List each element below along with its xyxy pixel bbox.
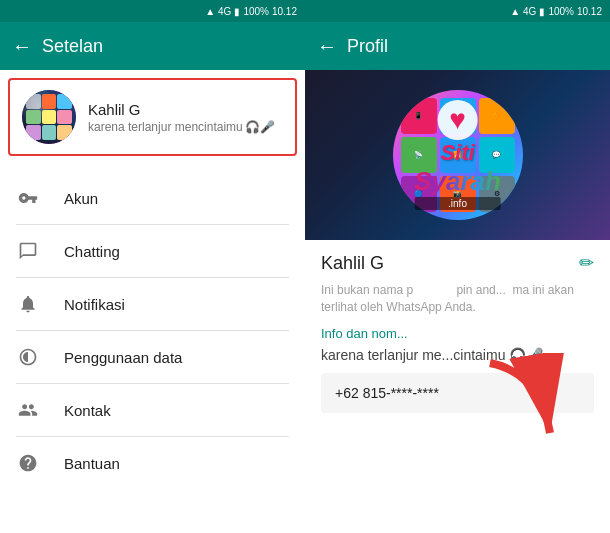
profile-image: 📱 🐦 🔶 📡 📶 💬 🔵 📸 ⚙ [393,90,523,220]
profile-display-name: Kahlil G [321,253,384,274]
left-back-button[interactable]: ← [12,35,32,58]
right-status-icons: ▲ 4G ▮ 100% 10.12 [510,6,602,17]
avatar-cell [42,125,57,140]
app-icon-7: 🔵 [401,176,437,212]
phone-number: +62 815-****-**** [321,373,594,413]
app-icon-3: 🔶 [479,98,515,134]
menu-list: Akun Chatting Notifikasi [0,164,305,533]
menu-label-notifikasi: Notifikasi [64,296,125,313]
left-status-icons: ▲ 4G ▮ 100% 10.12 [205,6,297,17]
app-icon-5: 📶 [440,137,476,173]
info-section-label: Info dan nom... [321,326,594,341]
menu-label-penggunaan-data: Penggunaan data [64,349,182,366]
menu-item-penggunaan-data[interactable]: Penggunaan data [0,331,305,383]
app-icon-2: 🐦 [440,98,476,134]
profile-content: Kahlil G ✏ Ini bukan nama p pin and... m… [305,240,610,533]
app-icon-4: 📡 [401,137,437,173]
app-icon-8: 📸 [440,176,476,212]
right-page-title: Profil [347,36,388,57]
edit-icon[interactable]: ✏ [579,252,594,274]
avatar-image [22,90,76,144]
avatar-cell [42,94,57,109]
menu-label-chatting: Chatting [64,243,120,260]
key-icon [16,186,40,210]
right-network-icon: 4G [523,6,536,17]
signal-icon: ▲ [205,6,215,17]
right-battery-icon: ▮ [539,6,545,17]
menu-label-akun: Akun [64,190,98,207]
profile-section[interactable]: Kahlil G karena terlanjur mencintaimu 🎧🎤 [8,78,297,156]
status-icon-display: 🎧🎤 [509,347,543,363]
avatar-cell [26,94,41,109]
left-status-bar: ▲ 4G ▮ 100% 10.12 [0,0,305,22]
avatar-cell [26,125,41,140]
menu-item-akun[interactable]: Akun [0,172,305,224]
left-panel: ▲ 4G ▮ 100% 10.12 ← Setelan [0,0,305,533]
menu-item-bantuan[interactable]: Bantuan [0,437,305,489]
status-display: karena terlanjur me...cintaimu 🎧🎤 [321,347,594,363]
battery-icon: ▮ [234,6,240,17]
bell-icon [16,292,40,316]
battery-level: 100% [243,6,269,17]
left-top-bar: ← Setelan [0,22,305,70]
right-top-bar: ← Profil [305,22,610,70]
name-row: Kahlil G ✏ [321,252,594,274]
network-icon: 4G [218,6,231,17]
left-page-title: Setelan [42,36,103,57]
menu-item-notifikasi[interactable]: Notifikasi [0,278,305,330]
data-usage-icon [16,345,40,369]
people-icon [16,398,40,422]
right-back-button[interactable]: ← [317,35,337,58]
avatar [22,90,76,144]
avatar-cell [57,94,72,109]
avatar-cell [26,110,41,125]
right-status-bar: ▲ 4G ▮ 100% 10.12 [305,0,610,22]
profile-info: Kahlil G karena terlanjur mencintaimu 🎧🎤 [88,101,283,134]
right-signal-icon: ▲ [510,6,520,17]
chat-icon [16,239,40,263]
avatar-cell [57,110,72,125]
menu-label-kontak: Kontak [64,402,111,419]
menu-item-kontak[interactable]: Kontak [0,384,305,436]
right-battery-level: 100% [548,6,574,17]
app-icon-9: ⚙ [479,176,515,212]
profile-status: karena terlanjur mencintaimu 🎧🎤 [88,120,283,134]
menu-item-chatting[interactable]: Chatting [0,225,305,277]
profile-name: Kahlil G [88,101,283,118]
right-time-display: 10.12 [577,6,602,17]
avatar-cell [42,110,57,125]
app-icon-1: 📱 [401,98,437,134]
status-icons: 🎧🎤 [245,120,275,134]
app-icon-6: 💬 [479,137,515,173]
avatar-cell [57,125,72,140]
time-display: 10.12 [272,6,297,17]
help-icon [16,451,40,475]
profile-image-section: 📱 🐦 🔶 📡 📶 💬 🔵 📸 ⚙ ♥ Siti Syarah .info [305,70,610,240]
profile-info-text: Ini bukan nama p pin and... ma ini akan … [321,282,594,316]
menu-label-bantuan: Bantuan [64,455,120,472]
right-panel: ▲ 4G ▮ 100% 10.12 ← Profil 📱 🐦 🔶 📡 📶 💬 🔵… [305,0,610,533]
